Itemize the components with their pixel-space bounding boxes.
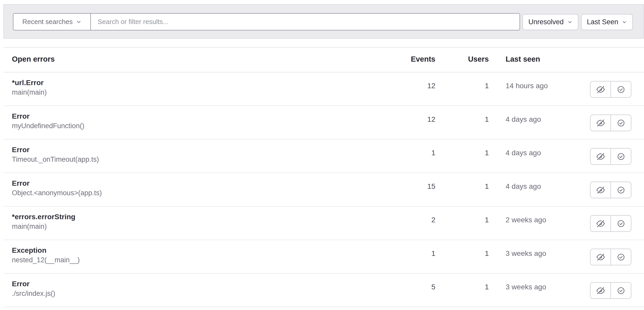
last-seen-value: 2 weeks ago — [506, 216, 546, 224]
table-row[interactable]: Exception nested_12(__main__) 1 1 3 week… — [3, 240, 644, 274]
row-actions — [590, 182, 631, 198]
row-actions — [590, 282, 631, 299]
error-name[interactable]: Error — [12, 179, 29, 188]
table-title: Open errors — [12, 55, 55, 63]
events-count: 15 — [427, 182, 435, 191]
table-row[interactable]: *url.Error main(main) 12 1 14 hours ago — [3, 72, 644, 106]
open-errors-table: Open errors Events Users Last seen *url.… — [3, 47, 644, 307]
eye-off-icon — [596, 253, 605, 261]
error-rows: *url.Error main(main) 12 1 14 hours ago — [3, 72, 644, 307]
users-count: 1 — [485, 216, 489, 224]
check-circle-icon — [617, 220, 625, 227]
table-row[interactable]: Error ./src/index.js() 5 1 3 weeks ago — [3, 274, 644, 307]
error-name[interactable]: Error — [12, 279, 29, 289]
status-filter-label: Unresolved — [528, 18, 564, 26]
search-toolbar: Recent searches Unresolved Last Seen — [3, 4, 644, 39]
column-header-events: Events — [411, 55, 435, 63]
check-circle-icon — [617, 186, 625, 194]
resolve-button[interactable] — [610, 182, 631, 198]
resolve-button[interactable] — [610, 115, 631, 131]
table-row[interactable]: Error myUndefinedFunction() 12 1 4 days … — [3, 106, 644, 140]
events-count: 12 — [427, 115, 435, 124]
last-seen-value: 4 days ago — [506, 149, 541, 157]
mute-button[interactable] — [591, 81, 610, 97]
resolve-button[interactable] — [610, 216, 631, 231]
error-location: ./src/index.js() — [12, 289, 55, 298]
search-input[interactable] — [91, 13, 520, 30]
table-row[interactable]: Error Object.<anonymous>(app.ts) 15 1 4 … — [3, 173, 644, 207]
column-header-last-seen: Last seen — [506, 55, 540, 63]
last-seen-value: 3 weeks ago — [506, 249, 546, 258]
table-row[interactable]: *errors.errorString main(main) 2 1 2 wee… — [3, 207, 644, 240]
eye-off-icon — [596, 287, 605, 295]
users-count: 1 — [485, 82, 489, 90]
sort-filter-label: Last Seen — [587, 18, 618, 26]
row-actions — [590, 215, 631, 232]
search-group: Recent searches — [13, 13, 520, 30]
users-count: 1 — [485, 249, 489, 258]
status-filter-dropdown[interactable]: Unresolved — [522, 14, 578, 30]
check-circle-icon — [617, 287, 625, 295]
mute-button[interactable] — [591, 182, 610, 198]
mute-button[interactable] — [591, 149, 610, 164]
row-actions — [590, 81, 631, 98]
check-circle-icon — [617, 253, 625, 261]
chevron-down-icon — [567, 20, 572, 25]
recent-searches-dropdown[interactable]: Recent searches — [13, 13, 91, 30]
row-actions — [590, 148, 631, 165]
error-location: main(main) — [12, 88, 47, 97]
chevron-down-icon — [76, 19, 82, 25]
resolve-button[interactable] — [610, 283, 631, 298]
error-location: Object.<anonymous>(app.ts) — [12, 189, 102, 197]
events-count: 12 — [427, 82, 435, 90]
last-seen-value: 4 days ago — [506, 182, 541, 191]
check-circle-icon — [617, 119, 625, 127]
mute-button[interactable] — [591, 216, 610, 231]
error-name[interactable]: Error — [12, 112, 29, 121]
resolve-button[interactable] — [610, 249, 631, 265]
mute-button[interactable] — [591, 115, 610, 131]
events-count: 1 — [431, 149, 435, 157]
eye-off-icon — [596, 85, 605, 94]
chevron-down-icon — [622, 20, 627, 25]
check-circle-icon — [617, 153, 625, 160]
eye-off-icon — [596, 219, 605, 228]
column-header-users: Users — [468, 55, 489, 63]
error-name[interactable]: Exception — [12, 246, 46, 255]
eye-off-icon — [596, 152, 605, 161]
eye-off-icon — [596, 119, 605, 127]
events-count: 5 — [431, 283, 435, 291]
error-name[interactable]: Error — [12, 145, 29, 154]
check-circle-icon — [617, 86, 625, 93]
users-count: 1 — [485, 182, 489, 191]
error-location: Timeout._onTimeout(app.ts) — [12, 155, 99, 164]
error-name[interactable]: *errors.errorString — [12, 212, 75, 222]
recent-searches-label: Recent searches — [22, 18, 73, 26]
error-location: nested_12(__main__) — [12, 256, 80, 264]
users-count: 1 — [485, 115, 489, 124]
issues-page: Recent searches Unresolved Last Seen Ope… — [0, 0, 644, 310]
row-actions — [590, 249, 631, 265]
mute-button[interactable] — [591, 283, 610, 298]
resolve-button[interactable] — [610, 149, 631, 164]
table-row[interactable]: Error Timeout._onTimeout(app.ts) 1 1 4 d… — [3, 140, 644, 173]
resolve-button[interactable] — [610, 81, 631, 97]
users-count: 1 — [485, 149, 489, 157]
events-count: 1 — [431, 249, 435, 258]
error-location: main(main) — [12, 222, 47, 231]
error-location: myUndefinedFunction() — [12, 121, 84, 130]
last-seen-value: 14 hours ago — [506, 82, 548, 90]
users-count: 1 — [485, 283, 489, 291]
last-seen-value: 3 weeks ago — [506, 283, 546, 291]
events-count: 2 — [431, 216, 435, 224]
last-seen-value: 4 days ago — [506, 115, 541, 124]
sort-filter-dropdown[interactable]: Last Seen — [581, 14, 633, 30]
error-name[interactable]: *url.Error — [12, 78, 44, 87]
eye-off-icon — [596, 186, 605, 194]
mute-button[interactable] — [591, 249, 610, 265]
row-actions — [590, 115, 631, 131]
table-header: Open errors Events Users Last seen — [3, 48, 644, 72]
